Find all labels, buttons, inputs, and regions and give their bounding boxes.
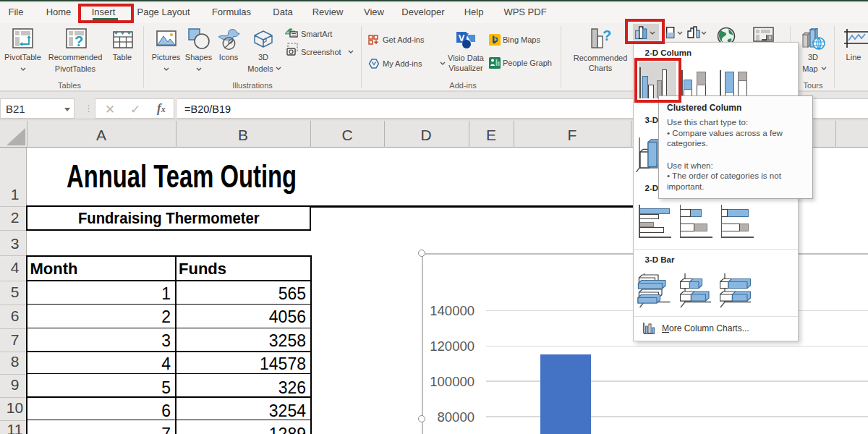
svg-text:?: ? bbox=[603, 28, 611, 43]
svg-text:?: ? bbox=[75, 33, 83, 48]
